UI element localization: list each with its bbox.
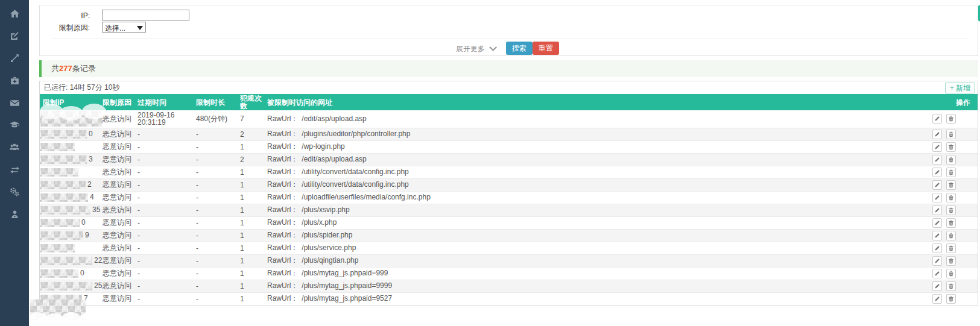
table-row: 9 恶意访问 - - 1 RawUrl：/plus/spider.php: [40, 229, 978, 242]
delete-row-button[interactable]: [946, 114, 956, 124]
runtime-text: 已运行: 14时 57分 10秒: [44, 83, 119, 92]
sidebar-item-mail[interactable]: [0, 92, 29, 114]
censored-ip: [40, 219, 80, 227]
delete-row-button[interactable]: [946, 218, 956, 228]
edit-row-button[interactable]: [932, 294, 942, 304]
cell-duration: -: [196, 128, 240, 140]
edit-row-button[interactable]: [932, 256, 942, 266]
cell-reason: 恶意访问: [103, 140, 138, 153]
delete-row-button[interactable]: [946, 193, 956, 202]
briefcase-icon: [10, 75, 20, 87]
delete-row-button[interactable]: [946, 243, 956, 253]
delete-row-button[interactable]: [946, 180, 956, 190]
rawurl-value: /utility/convert/data/config.inc.php: [302, 168, 408, 176]
cell-expire: -: [138, 191, 196, 204]
delete-row-button[interactable]: [946, 142, 956, 152]
filter-panel: IP: 限制原因: 选择... 展开更多 搜索 重置: [39, 5, 978, 56]
expand-more-label: 展开更多: [456, 45, 485, 53]
sidebar-item-admin[interactable]: [0, 204, 29, 226]
cell-expire: -: [138, 178, 196, 191]
reset-button[interactable]: 重置: [533, 42, 559, 55]
delete-row-button[interactable]: [946, 168, 956, 177]
rawurl-value: /plus/mytag_js.phpaid=999: [302, 269, 388, 277]
table-row: 227 恶意访问 - - 1 RawUrl：/plus/qingtian.php: [40, 254, 978, 267]
sidebar-item-briefcase[interactable]: [0, 70, 29, 92]
cell-reason: 恶意访问: [103, 229, 138, 242]
edit-row-button[interactable]: [932, 114, 942, 124]
edit-row-button[interactable]: [932, 168, 942, 177]
add-button[interactable]: +新增: [945, 83, 975, 93]
count-suffix: 条记录: [72, 64, 96, 73]
cell-duration: -: [196, 153, 240, 166]
cell-duration: -: [196, 204, 240, 216]
delete-row-button[interactable]: [946, 269, 956, 278]
edit-row-button[interactable]: [932, 243, 942, 253]
search-button[interactable]: 搜索: [506, 42, 533, 55]
rawurl-value: /plus/mytag_js.phpaid=9999: [302, 281, 392, 290]
col-header-url: 被限制时访问的网址: [267, 94, 903, 110]
table-row: 35 恶意访问 - - 1 RawUrl：/plus/xsvip.php: [40, 204, 978, 216]
select-arrow-icon: [137, 26, 143, 30]
sidebar-item-education[interactable]: [0, 114, 29, 137]
cell-expire: -: [138, 216, 196, 229]
col-header-count: 犯规次数: [240, 94, 267, 110]
delete-row-button[interactable]: [946, 130, 956, 139]
cell-duration: -: [196, 267, 240, 280]
delete-row-button[interactable]: [946, 256, 956, 266]
rawurl-prefix: RawUrl：: [267, 142, 298, 151]
sidebar-item-home[interactable]: [0, 3, 29, 25]
censored-ip: [40, 168, 78, 177]
restriction-table: 限制IP 限制原因 过期时间 限制时长 犯规次数 被限制时访问的网址 操作 恶意…: [40, 94, 978, 305]
col-header-ip: 限制IP: [40, 94, 103, 110]
count-number: 277: [59, 64, 72, 73]
edit-row-button[interactable]: [932, 130, 942, 139]
cell-reason: 恶意访问: [103, 242, 138, 254]
cell-reason: 恶意访问: [103, 166, 138, 178]
col-header-expire: 过期时间: [138, 94, 196, 110]
edit-row-button[interactable]: [932, 269, 942, 278]
censored-ip: [40, 282, 92, 290]
edit-row-button[interactable]: [932, 231, 942, 240]
edit-icon: [10, 31, 20, 43]
cell-reason: 恶意访问: [103, 153, 138, 166]
ip-tail: 0: [80, 269, 84, 277]
delete-row-button[interactable]: [946, 281, 956, 291]
cell-duration: -: [196, 178, 240, 191]
reason-select[interactable]: 选择...: [102, 22, 146, 33]
sidebar-item-team[interactable]: [0, 137, 29, 159]
table-row: 恶意访问 - - 1 RawUrl：/plus/service.php: [40, 242, 978, 254]
edit-row-button[interactable]: [932, 281, 942, 291]
delete-row-button[interactable]: [946, 205, 956, 215]
sidebar-item-expand[interactable]: [0, 48, 29, 70]
cell-expire: -: [138, 229, 196, 242]
edit-row-button[interactable]: [932, 193, 942, 202]
cell-duration: -: [196, 292, 240, 305]
cell-count: 1: [240, 229, 267, 242]
rawurl-prefix: RawUrl：: [267, 218, 298, 227]
table-row: 0 恶意访问 - - 1 RawUrl：/plus/mytag_js.phpai…: [40, 267, 978, 280]
edit-row-button[interactable]: [932, 205, 942, 215]
censored-ip: [40, 155, 87, 164]
edit-row-button[interactable]: [932, 155, 942, 165]
rawurl-prefix: RawUrl：: [267, 243, 298, 252]
delete-row-button[interactable]: [946, 155, 956, 165]
cell-expire: -: [138, 267, 196, 280]
cell-duration: 480(分钟): [196, 110, 240, 128]
reason-label: 限制原因:: [40, 22, 90, 33]
sidebar-item-transfer[interactable]: [0, 159, 29, 181]
delete-row-button[interactable]: [946, 231, 956, 240]
rawurl-value: /plugins/ueditor/php/controller.php: [302, 130, 410, 138]
ip-input[interactable]: [102, 10, 189, 20]
rawurl-prefix: RawUrl：: [267, 180, 298, 189]
edit-row-button[interactable]: [932, 142, 942, 152]
cell-duration: -: [196, 242, 240, 254]
cell-count: 1: [240, 140, 267, 153]
edit-row-button[interactable]: [932, 180, 942, 190]
expand-more-link[interactable]: 展开更多: [456, 42, 495, 55]
cell-expire: -: [138, 166, 196, 178]
delete-row-button[interactable]: [946, 294, 956, 304]
sidebar-item-edit[interactable]: [0, 25, 29, 48]
sidebar-item-settings[interactable]: [0, 181, 29, 204]
edit-row-button[interactable]: [932, 218, 942, 228]
cell-reason: 恶意访问: [103, 110, 138, 128]
